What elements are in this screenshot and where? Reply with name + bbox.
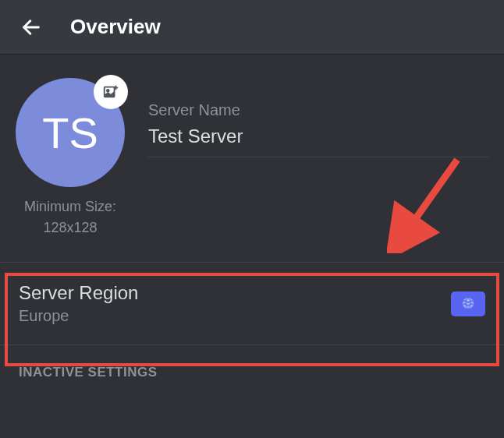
inactive-settings-header: INACTIVE SETTINGS <box>16 345 488 380</box>
avatar-wrapper[interactable]: TS <box>16 78 125 187</box>
arrow-left-icon <box>20 16 42 38</box>
app-header: Overview <box>0 0 504 55</box>
region-value: Europe <box>19 307 138 325</box>
svg-point-2 <box>107 90 109 92</box>
content-area: TS Minimum Size: 128x128 Server Name <box>0 55 504 380</box>
server-name-input[interactable]: Test Server <box>148 125 488 157</box>
svg-point-5 <box>463 298 474 309</box>
min-size-label: Minimum Size: <box>24 196 116 217</box>
back-button[interactable] <box>16 12 47 43</box>
server-info-row: TS Minimum Size: 128x128 Server Name <box>16 78 488 238</box>
region-flag <box>451 291 485 316</box>
page-title: Overview <box>70 15 161 39</box>
server-name-section: Server Name Test Server <box>148 78 488 157</box>
avatar-section: TS Minimum Size: 128x128 <box>16 78 125 238</box>
server-name-label: Server Name <box>148 101 488 119</box>
min-size-hint: Minimum Size: 128x128 <box>24 196 116 238</box>
image-upload-icon <box>102 83 119 101</box>
server-region-row[interactable]: Server Region Europe <box>16 263 488 344</box>
region-title: Server Region <box>19 282 138 304</box>
min-size-value: 128x128 <box>24 217 116 238</box>
region-text: Server Region Europe <box>19 282 138 325</box>
globe-icon <box>459 295 477 313</box>
upload-image-button[interactable] <box>94 75 128 109</box>
